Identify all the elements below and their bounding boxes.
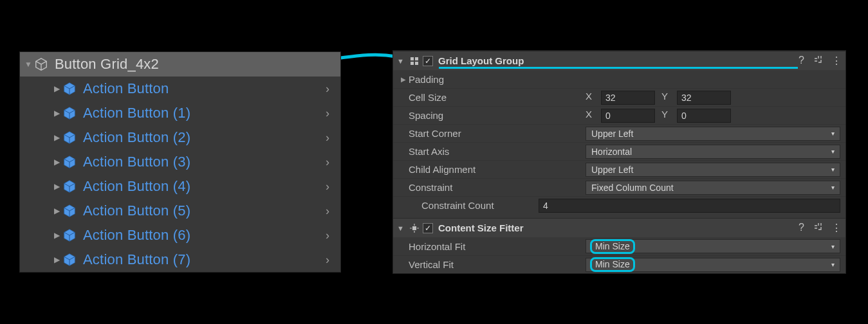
gameobject-icon bbox=[34, 57, 48, 71]
hierarchy-item-label: Action Button (7) bbox=[83, 251, 315, 268]
foldout-right-icon[interactable]: ▶ bbox=[51, 255, 62, 264]
prop-padding[interactable]: ▶ Padding bbox=[393, 70, 845, 88]
hierarchy-item-label: Action Button (5) bbox=[83, 203, 315, 219]
constraint-dropdown[interactable]: Fixed Column Count bbox=[586, 181, 840, 195]
axis-x-label: X bbox=[586, 91, 595, 105]
foldout-down-icon[interactable]: ▼ bbox=[23, 60, 34, 69]
hierarchy-item[interactable]: ▶Action Button› bbox=[20, 76, 340, 101]
spacing-x-input[interactable] bbox=[601, 109, 655, 123]
component-header-grid[interactable]: ▼ ✓ Grid Layout Group ? ⋮ bbox=[393, 51, 845, 70]
start-axis-dropdown[interactable]: Horizontal bbox=[586, 145, 840, 159]
prop-child-alignment: Child Alignment Upper Left bbox=[393, 160, 845, 178]
prefab-icon bbox=[62, 228, 77, 242]
svg-rect-1 bbox=[415, 57, 418, 60]
prefab-icon bbox=[62, 253, 77, 267]
foldout-down-icon[interactable]: ▼ bbox=[397, 57, 406, 65]
axis-y-label: Y bbox=[661, 91, 670, 105]
prop-start-axis: Start Axis Horizontal bbox=[393, 142, 845, 160]
foldout-right-icon[interactable]: ▶ bbox=[51, 231, 62, 240]
svg-rect-4 bbox=[412, 226, 416, 230]
chevron-right-icon[interactable]: › bbox=[315, 156, 340, 169]
prop-vertical-fit: Vertical Fit Min Size bbox=[393, 255, 845, 273]
hierarchy-item[interactable]: ▶Action Button (7)› bbox=[20, 248, 340, 272]
label-horizontal-fit: Horizontal Fit bbox=[409, 241, 586, 252]
hierarchy-item-label: Action Button (3) bbox=[83, 154, 315, 170]
help-icon[interactable]: ? bbox=[799, 55, 804, 67]
chevron-right-icon[interactable]: › bbox=[315, 253, 340, 267]
foldout-right-icon[interactable]: ▶ bbox=[51, 109, 62, 118]
chevron-right-icon[interactable]: › bbox=[315, 131, 340, 145]
hierarchy-item[interactable]: ▶Action Button (5)› bbox=[20, 199, 340, 223]
hierarchy-panel: ▼ Button Grid_4x2 ▶Action Button›▶Action… bbox=[19, 51, 341, 273]
preset-icon[interactable] bbox=[813, 55, 822, 67]
label-spacing: Spacing bbox=[409, 110, 586, 121]
kebab-menu-icon[interactable]: ⋮ bbox=[831, 55, 842, 67]
cell-size-y-input[interactable] bbox=[677, 91, 731, 105]
chevron-right-icon[interactable]: › bbox=[315, 229, 340, 242]
hierarchy-item-label: Action Button (6) bbox=[83, 227, 315, 244]
hierarchy-item[interactable]: ▶Action Button (3)› bbox=[20, 150, 340, 174]
label-start-corner: Start Corner bbox=[409, 128, 586, 139]
prop-horizontal-fit: Horizontal Fit Min Size bbox=[393, 237, 845, 255]
foldout-right-icon[interactable]: ▶ bbox=[51, 206, 62, 215]
help-icon[interactable]: ? bbox=[799, 222, 804, 234]
component-header-fitter[interactable]: ▼ ✓ Content Size Fitter ? ⋮ bbox=[393, 218, 845, 237]
prop-constraint: Constraint Fixed Column Count bbox=[393, 178, 845, 196]
chevron-right-icon[interactable]: › bbox=[315, 107, 340, 120]
prefab-icon bbox=[62, 179, 77, 194]
component-title-fitter: Content Size Fitter bbox=[438, 222, 799, 233]
hierarchy-root-label: Button Grid_4x2 bbox=[55, 56, 340, 73]
foldout-right-icon[interactable]: ▶ bbox=[51, 182, 62, 191]
component-title-grid: Grid Layout Group bbox=[438, 55, 799, 67]
vertical-fit-dropdown[interactable]: Min Size bbox=[586, 258, 840, 272]
axis-x-label: X bbox=[586, 109, 595, 123]
hierarchy-item-label: Action Button bbox=[83, 80, 315, 97]
prop-constraint-count: Constraint Count bbox=[393, 196, 845, 214]
hierarchy-item[interactable]: ▶Action Button (2)› bbox=[20, 125, 340, 150]
kebab-menu-icon[interactable]: ⋮ bbox=[831, 222, 842, 234]
prefab-icon bbox=[62, 82, 77, 96]
preset-icon[interactable] bbox=[813, 222, 822, 234]
label-vertical-fit: Vertical Fit bbox=[409, 259, 586, 270]
hierarchy-item[interactable]: ▶Action Button (6)› bbox=[20, 223, 340, 248]
label-child-alignment: Child Alignment bbox=[409, 164, 586, 175]
spacing-y-input[interactable] bbox=[677, 109, 731, 123]
svg-rect-2 bbox=[411, 62, 414, 65]
component-enabled-checkbox[interactable]: ✓ bbox=[423, 56, 433, 66]
chevron-right-icon[interactable]: › bbox=[315, 180, 340, 194]
svg-rect-3 bbox=[415, 62, 418, 65]
hierarchy-root[interactable]: ▼ Button Grid_4x2 bbox=[20, 52, 340, 76]
chevron-right-icon[interactable]: › bbox=[315, 204, 340, 218]
hierarchy-item[interactable]: ▶Action Button (1)› bbox=[20, 101, 340, 125]
prefab-icon bbox=[62, 155, 77, 169]
label-constraint: Constraint bbox=[409, 182, 586, 193]
inspector-panel: ▼ ✓ Grid Layout Group ? ⋮ ▶ Padding Cell… bbox=[392, 50, 846, 274]
axis-y-label: Y bbox=[661, 109, 670, 123]
prefab-icon bbox=[62, 204, 77, 218]
foldout-down-icon[interactable]: ▼ bbox=[397, 224, 406, 232]
label-constraint-count: Constraint Count bbox=[421, 200, 539, 211]
chevron-right-icon[interactable]: › bbox=[315, 82, 340, 96]
foldout-right-icon[interactable]: ▶ bbox=[51, 158, 62, 166]
foldout-right-icon[interactable]: ▶ bbox=[51, 84, 62, 93]
foldout-right-icon[interactable]: ▶ bbox=[51, 133, 62, 142]
component-enabled-checkbox[interactable]: ✓ bbox=[423, 223, 433, 233]
hierarchy-item-label: Action Button (4) bbox=[83, 178, 315, 195]
label-padding: Padding bbox=[409, 74, 586, 85]
horizontal-fit-dropdown[interactable]: Min Size bbox=[586, 239, 840, 253]
svg-rect-0 bbox=[411, 57, 414, 60]
label-cell-size: Cell Size bbox=[409, 92, 586, 103]
label-start-axis: Start Axis bbox=[409, 146, 586, 157]
hierarchy-item-label: Action Button (2) bbox=[83, 129, 315, 146]
grid-layout-icon bbox=[409, 55, 420, 67]
hierarchy-item[interactable]: ▶Action Button (4)› bbox=[20, 174, 340, 199]
child-alignment-dropdown[interactable]: Upper Left bbox=[586, 163, 840, 177]
cell-size-x-input[interactable] bbox=[601, 91, 655, 105]
hierarchy-item-label: Action Button (1) bbox=[83, 105, 315, 122]
constraint-count-input[interactable] bbox=[539, 199, 840, 213]
start-corner-dropdown[interactable]: Upper Left bbox=[586, 127, 840, 141]
prefab-icon bbox=[62, 106, 77, 120]
prop-spacing: Spacing X Y bbox=[393, 106, 845, 124]
prop-cell-size: Cell Size X Y bbox=[393, 88, 845, 106]
prop-start-corner: Start Corner Upper Left bbox=[393, 124, 845, 142]
